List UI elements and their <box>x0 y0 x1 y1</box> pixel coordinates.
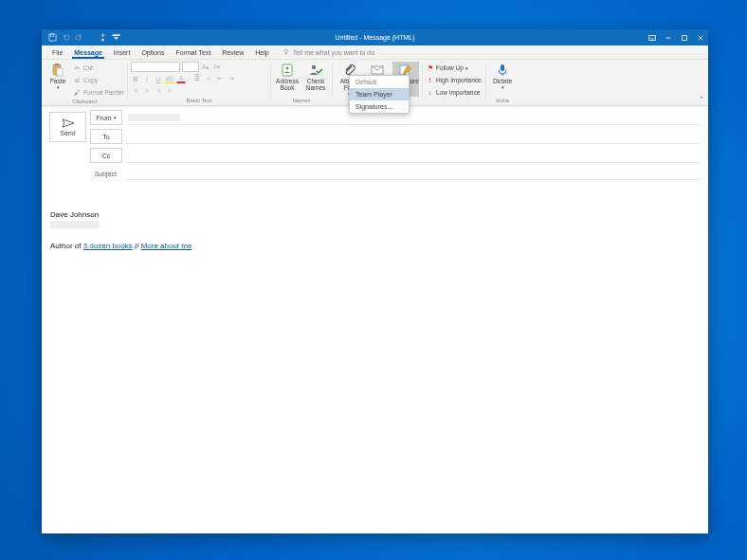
window-title: Untitled - Message (HTML) <box>42 34 708 41</box>
format-painter-label: Format Painter <box>83 89 124 96</box>
font-family-input[interactable] <box>131 62 180 72</box>
tab-message[interactable]: Message <box>68 45 108 60</box>
check-names-button[interactable]: Check Names <box>302 62 329 97</box>
flag-icon: ⚑ <box>426 63 434 72</box>
copy-label: Copy <box>83 77 98 83</box>
group-basic-text: A▴ A▾ B I U ab A ≣ ≡ ⇤ ⇥ ≡ ≡ <box>128 60 270 105</box>
tab-format-text[interactable]: Format Text <box>171 45 217 60</box>
chevron-down-icon: ▾ <box>501 85 504 90</box>
bullets-icon[interactable]: ≣ <box>192 74 202 83</box>
high-importance-button[interactable]: !High Importance <box>426 75 482 85</box>
check-names-icon <box>308 63 323 78</box>
align-center-icon[interactable]: ≡ <box>142 85 152 95</box>
align-left-icon[interactable]: ≡ <box>131 85 140 95</box>
high-importance-icon: ! <box>426 76 434 84</box>
microphone-icon <box>495 63 510 78</box>
numbering-icon[interactable]: ≡ <box>204 74 213 83</box>
svg-rect-2 <box>113 35 119 36</box>
align-right-icon[interactable]: ≡ <box>154 85 163 95</box>
cc-label: Cc <box>102 153 111 159</box>
signature-menu-signatures[interactable]: Signatures... <box>350 100 409 113</box>
svg-rect-13 <box>282 64 292 76</box>
paste-button[interactable]: Paste ▾ <box>45 62 71 97</box>
italic-button[interactable]: I <box>142 74 152 83</box>
signature-menu-default[interactable]: Default <box>350 76 409 88</box>
subject-field[interactable] <box>125 167 700 180</box>
low-importance-button[interactable]: ↓Low Importance <box>426 87 482 98</box>
follow-up-label: Follow Up <box>436 64 464 71</box>
tab-review[interactable]: Review <box>216 45 249 60</box>
close-button[interactable] <box>692 29 708 45</box>
minimize-button[interactable] <box>660 29 676 45</box>
font-size-input[interactable] <box>182 62 199 72</box>
tell-me-placeholder: Tell me what you want to do <box>293 49 374 56</box>
font-color-icon[interactable]: A <box>176 74 186 83</box>
redo-icon[interactable] <box>74 32 84 43</box>
send-label: Send <box>60 130 75 136</box>
link-separator: // <box>133 242 141 250</box>
svg-rect-5 <box>682 35 686 40</box>
dictate-button[interactable]: Dictate ▾ <box>489 62 516 97</box>
grow-font-icon[interactable]: A▴ <box>201 63 210 72</box>
qat-customize-icon[interactable] <box>111 32 121 43</box>
address-book-button[interactable]: Address Book <box>274 62 301 97</box>
tab-options[interactable]: Options <box>136 45 170 60</box>
clipboard-group-label: Clipboard <box>45 98 124 106</box>
link-more-about-me[interactable]: More about me <box>141 242 192 250</box>
cut-button[interactable]: ✂Cut <box>73 63 124 73</box>
send-icon <box>62 118 75 128</box>
svg-point-8 <box>284 49 288 53</box>
format-painter-button[interactable]: 🖌Format Painter <box>73 87 124 98</box>
ribbon-tabs: File Message Insert Options Format Text … <box>42 45 708 60</box>
svg-rect-11 <box>55 63 59 65</box>
tab-help[interactable]: Help <box>249 45 274 60</box>
save-icon[interactable] <box>47 32 58 43</box>
svg-point-14 <box>286 67 289 70</box>
cc-button[interactable]: Cc <box>90 148 122 163</box>
chevron-down-icon: ▾ <box>57 85 60 90</box>
from-button[interactable]: From▾ <box>90 110 122 125</box>
message-body[interactable]: Dave Johnson Author of 3 dozen books // … <box>48 180 700 533</box>
group-clipboard: Paste ▾ ✂Cut ⧉Copy 🖌Format Painter Clipb… <box>42 60 127 105</box>
maximize-button[interactable] <box>676 29 692 45</box>
align-justify-icon[interactable]: ≡ <box>165 85 174 95</box>
scissors-icon: ✂ <box>73 63 82 72</box>
cut-label: Cut <box>83 64 93 71</box>
tell-me-search[interactable]: Tell me what you want to do <box>282 48 374 56</box>
tab-insert[interactable]: Insert <box>108 45 137 60</box>
group-names: Address Book Check Names Names <box>271 60 332 105</box>
subject-label: Subject <box>48 167 122 180</box>
underline-button[interactable]: U <box>154 74 163 83</box>
shrink-font-icon[interactable]: A▾ <box>212 63 222 72</box>
address-book-label: Address Book <box>276 79 299 92</box>
to-field[interactable] <box>125 129 700 144</box>
signature-menu-team-player[interactable]: Team Player <box>350 88 409 100</box>
highlight-icon[interactable]: ab <box>165 74 174 83</box>
low-importance-label: Low Importance <box>436 89 480 96</box>
to-button[interactable]: To <box>90 129 122 144</box>
copy-icon: ⧉ <box>73 76 82 84</box>
svg-point-15 <box>312 65 316 69</box>
ribbon-display-icon[interactable] <box>644 29 660 45</box>
svg-rect-12 <box>57 68 63 76</box>
follow-up-button[interactable]: ⚑Follow Up▾ <box>426 63 482 73</box>
signature-redacted-line <box>50 221 100 228</box>
check-names-label: Check Names <box>306 79 326 92</box>
collapse-ribbon-icon[interactable]: ⌃ <box>699 96 704 103</box>
title-bar: Untitled - Message (HTML) <box>42 29 708 45</box>
send-button[interactable]: Send <box>49 112 86 142</box>
link-books[interactable]: 3 dozen books <box>83 242 133 250</box>
names-group-label: Names <box>274 97 329 105</box>
bold-button[interactable]: B <box>131 74 140 83</box>
tab-file[interactable]: File <box>46 45 68 60</box>
cc-field[interactable] <box>125 148 700 163</box>
copy-button[interactable]: ⧉Copy <box>73 75 124 85</box>
undo-icon[interactable] <box>61 32 71 43</box>
outdent-icon[interactable]: ⇤ <box>215 74 225 83</box>
signature-author-line: Author of 3 dozen books // More about me <box>50 242 700 251</box>
from-value-redacted <box>128 114 180 121</box>
indent-icon[interactable]: ⇥ <box>227 74 236 83</box>
from-field[interactable] <box>125 110 700 125</box>
touch-mode-icon[interactable] <box>98 32 108 43</box>
brush-icon: 🖌 <box>73 88 82 97</box>
